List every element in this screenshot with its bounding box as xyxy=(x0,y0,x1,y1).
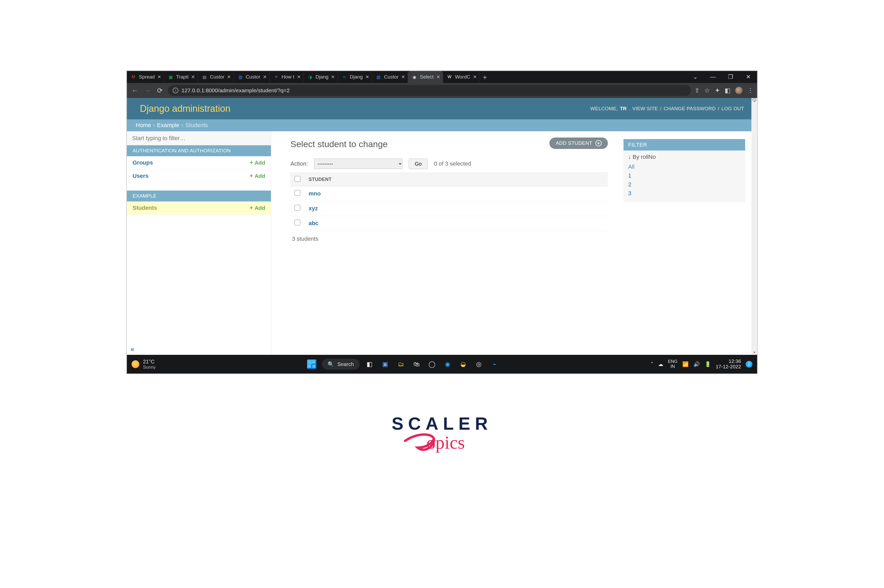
browser-tab[interactable]: ▥Custor✕ xyxy=(372,71,408,83)
panel-toggle-icon[interactable]: ◧ xyxy=(725,87,731,94)
browser-tab[interactable]: ▥Custor✕ xyxy=(234,71,270,83)
browser-tab[interactable]: ∞Djang✕ xyxy=(338,71,372,83)
model-add-link[interactable]: Add xyxy=(250,159,265,166)
row-checkbox[interactable] xyxy=(294,220,300,225)
new-tab-button[interactable]: ＋ xyxy=(480,72,490,82)
model-link[interactable]: Users xyxy=(133,172,149,179)
model-add-link[interactable]: Add xyxy=(250,205,265,212)
notification-badge[interactable]: 2 xyxy=(746,361,752,368)
object-link[interactable]: abc xyxy=(309,220,318,226)
window-restore-button[interactable]: ❐ xyxy=(722,71,740,83)
object-link[interactable]: xyz xyxy=(309,205,318,212)
view-site-link[interactable]: VIEW SITE xyxy=(632,106,658,111)
sidebar-section-header[interactable]: EXAMPLE xyxy=(127,190,271,201)
chevron-down-icon[interactable]: ⌄ xyxy=(686,71,704,83)
battery-icon[interactable]: 🔋 xyxy=(705,361,711,367)
browser-titlebar: MSpread✕▦Trapti✕▤Custor✕▥Custor✕⌗How t✕◑… xyxy=(127,71,757,83)
sidebar-section-header[interactable]: AUTHENTICATION AND AUTHORIZATION xyxy=(127,145,271,156)
crumb-app[interactable]: Example xyxy=(157,122,179,129)
onedrive-icon[interactable]: ☁ xyxy=(658,361,663,367)
table-row: abc xyxy=(290,216,608,231)
sidebar-filter-input[interactable] xyxy=(127,131,271,145)
crumb-current: Students xyxy=(185,122,208,129)
nav-reload-button[interactable]: ⟳ xyxy=(156,87,164,94)
model-link[interactable]: Groups xyxy=(133,159,153,166)
profile-avatar[interactable] xyxy=(735,87,743,94)
taskbar-clock[interactable]: 12:36 17-12-2022 xyxy=(716,359,741,370)
user-tools: WELCOME, TR. VIEW SITE / CHANGE PASSWORD… xyxy=(590,106,744,111)
model-add-link[interactable]: Add xyxy=(250,172,265,179)
tab-close-icon[interactable]: ✕ xyxy=(157,74,161,80)
tab-title: How t xyxy=(282,74,294,80)
tab-close-icon[interactable]: ✕ xyxy=(365,74,369,80)
kebab-menu-icon[interactable]: ⋮ xyxy=(747,87,753,94)
actions-label: Action: xyxy=(290,160,308,167)
browser-tab[interactable]: ◑Djang✕ xyxy=(304,71,338,83)
bookmark-star-icon[interactable]: ☆ xyxy=(704,87,710,94)
task-view-icon[interactable]: ◧ xyxy=(364,359,375,370)
row-checkbox[interactable] xyxy=(294,190,300,196)
extensions-icon[interactable]: ✦ xyxy=(715,87,720,94)
taskbar-search[interactable]: 🔍 Search xyxy=(322,359,359,370)
add-student-button[interactable]: ADD STUDENT + xyxy=(549,138,608,149)
browser-tab[interactable]: MSpread✕ xyxy=(127,71,164,83)
change-password-link[interactable]: CHANGE PASSWORD xyxy=(663,106,716,111)
language-indicator[interactable]: ENG IN xyxy=(668,359,678,369)
nav-back-button[interactable]: ← xyxy=(131,87,140,94)
sidebar-collapse-toggle[interactable]: « xyxy=(128,344,136,355)
filter-option-link[interactable]: 2 xyxy=(628,181,631,188)
url-input[interactable]: i 127.0.0.1:8000/admin/example/student/?… xyxy=(168,85,691,96)
go-button[interactable]: Go xyxy=(409,159,428,169)
window-minimize-button[interactable]: — xyxy=(704,71,722,83)
vscode-icon[interactable]: ⌁ xyxy=(489,359,500,370)
model-link[interactable]: Students xyxy=(133,205,157,212)
nav-forward-button[interactable]: → xyxy=(143,87,152,94)
actions-select[interactable]: --------- xyxy=(314,159,402,169)
ms-store-icon[interactable]: 🛍 xyxy=(411,359,422,370)
wifi-icon[interactable]: 📶 xyxy=(682,361,689,367)
page-viewport: ▴ ▾ Django administration WELCOME, TR. V… xyxy=(127,98,757,355)
tab-favicon: ▤ xyxy=(201,74,207,80)
site-brand[interactable]: Django administration xyxy=(140,103,230,114)
browser-tab[interactable]: ⌗How t✕ xyxy=(270,71,304,83)
tab-close-icon[interactable]: ✕ xyxy=(473,74,477,80)
edge-icon[interactable]: ◉ xyxy=(442,359,453,370)
admin-sidebar: AUTHENTICATION AND AUTHORIZATIONGroupsAd… xyxy=(127,131,271,355)
share-icon[interactable]: ⇪ xyxy=(695,87,699,94)
tray-chevron-icon[interactable]: ˄ xyxy=(651,361,653,367)
filter-option-link[interactable]: 3 xyxy=(628,190,631,196)
tab-close-icon[interactable]: ✕ xyxy=(436,74,440,80)
chrome-icon[interactable]: ◎ xyxy=(473,359,484,370)
taskbar-weather[interactable]: 21°C Sunny xyxy=(132,359,156,370)
teams-icon[interactable]: ▣ xyxy=(380,359,391,370)
svg-text:opics: opics xyxy=(426,432,465,453)
tab-close-icon[interactable]: ✕ xyxy=(191,74,195,80)
object-link[interactable]: mno xyxy=(309,190,321,197)
browser-tab[interactable]: WWordC✕ xyxy=(443,71,480,83)
filter-option-link[interactable]: 1 xyxy=(628,172,631,179)
file-explorer-icon[interactable]: 🗂 xyxy=(395,359,407,370)
tab-close-icon[interactable]: ✕ xyxy=(297,74,301,80)
volume-icon[interactable]: 🔊 xyxy=(693,361,700,367)
site-info-icon[interactable]: i xyxy=(173,88,179,93)
tab-close-icon[interactable]: ✕ xyxy=(401,74,405,80)
tab-close-icon[interactable]: ✕ xyxy=(227,74,231,80)
tab-close-icon[interactable]: ✕ xyxy=(331,74,335,80)
github-icon[interactable]: ◯ xyxy=(427,359,438,370)
filter-option-link[interactable]: All xyxy=(628,164,634,170)
page-scrollbar[interactable]: ▴ ▾ xyxy=(751,98,757,355)
logout-link[interactable]: LOG OUT xyxy=(721,106,744,111)
taskbar-center: 🔍 Search ◧ ▣ 🗂 🛍 ◯ ◉ ◒ ◎ ⌁ xyxy=(306,359,500,370)
browser-tab[interactable]: ▦Trapti✕ xyxy=(164,71,198,83)
row-checkbox[interactable] xyxy=(294,205,300,210)
row-count: 3 students xyxy=(290,231,608,247)
window-close-button[interactable]: ✕ xyxy=(740,71,757,83)
browser-tab[interactable]: ▤Custor✕ xyxy=(198,71,234,83)
browser-tab[interactable]: ◉Select✕ xyxy=(408,71,443,83)
column-header-student[interactable]: STUDENT xyxy=(305,173,608,186)
tab-close-icon[interactable]: ✕ xyxy=(263,74,267,80)
select-all-checkbox[interactable] xyxy=(294,176,300,182)
crumb-home[interactable]: Home xyxy=(136,122,151,129)
app-icon-1[interactable]: ◒ xyxy=(458,359,469,370)
start-button[interactable] xyxy=(306,359,317,370)
